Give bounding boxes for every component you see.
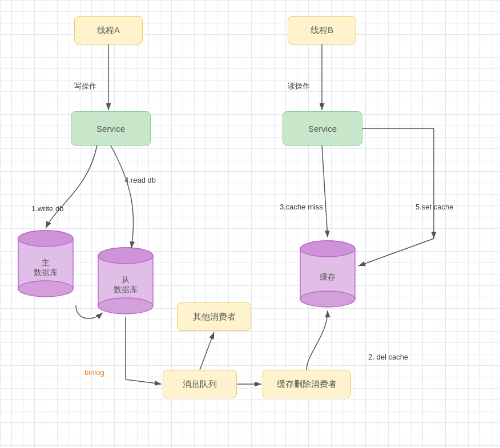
step1-label: 1.write db bbox=[31, 204, 63, 213]
step5-label: 5.set cache bbox=[416, 203, 454, 211]
thread-b-label: 线程B bbox=[311, 25, 333, 36]
main-db-cylinder: 主 数据库 bbox=[16, 228, 76, 300]
read-op-label: 读操作 bbox=[288, 81, 310, 91]
thread-a-label: 线程A bbox=[97, 25, 120, 36]
svg-line-28 bbox=[126, 380, 162, 384]
svg-text:数据库: 数据库 bbox=[34, 268, 58, 277]
cache-cylinder: 缓存 bbox=[298, 239, 358, 310]
svg-line-26 bbox=[322, 146, 328, 237]
step4-label: 4.read db bbox=[124, 176, 156, 184]
other-consumer-box: 其他消费者 bbox=[177, 302, 251, 331]
svg-text:主: 主 bbox=[42, 258, 50, 267]
svg-point-21 bbox=[300, 241, 355, 257]
step2-label: 2. del cache bbox=[368, 353, 408, 361]
svg-point-12 bbox=[98, 298, 153, 314]
svg-point-20 bbox=[300, 291, 355, 307]
svg-point-4 bbox=[18, 281, 73, 297]
svg-line-29 bbox=[200, 332, 214, 370]
svg-text:从: 从 bbox=[122, 275, 130, 284]
cache-consumer-box: 缓存删除消费者 bbox=[263, 370, 351, 398]
svg-point-13 bbox=[98, 248, 153, 264]
service-a-label: Service bbox=[96, 124, 125, 134]
service-a-box: Service bbox=[71, 111, 151, 146]
write-op-label: 写操作 bbox=[74, 81, 96, 91]
msg-queue-label: 消息队列 bbox=[183, 379, 217, 390]
thread-b-box: 线程B bbox=[288, 16, 356, 45]
svg-text:数据库: 数据库 bbox=[114, 285, 138, 294]
service-b-label: Service bbox=[308, 124, 337, 134]
thread-a-box: 线程A bbox=[74, 16, 143, 45]
arrows-diagram bbox=[0, 0, 500, 448]
slave-db-cylinder: 从 数据库 bbox=[96, 245, 156, 317]
step3-label: 3.cache miss bbox=[280, 203, 323, 211]
other-consumer-label: 其他消费者 bbox=[193, 312, 236, 322]
binlog-label: binlog bbox=[84, 368, 104, 377]
cache-consumer-label: 缓存删除消费者 bbox=[277, 379, 337, 390]
svg-text:缓存: 缓存 bbox=[320, 272, 336, 281]
svg-point-5 bbox=[18, 231, 73, 247]
msg-queue-box: 消息队列 bbox=[163, 370, 237, 398]
service-b-box: Service bbox=[283, 111, 362, 146]
